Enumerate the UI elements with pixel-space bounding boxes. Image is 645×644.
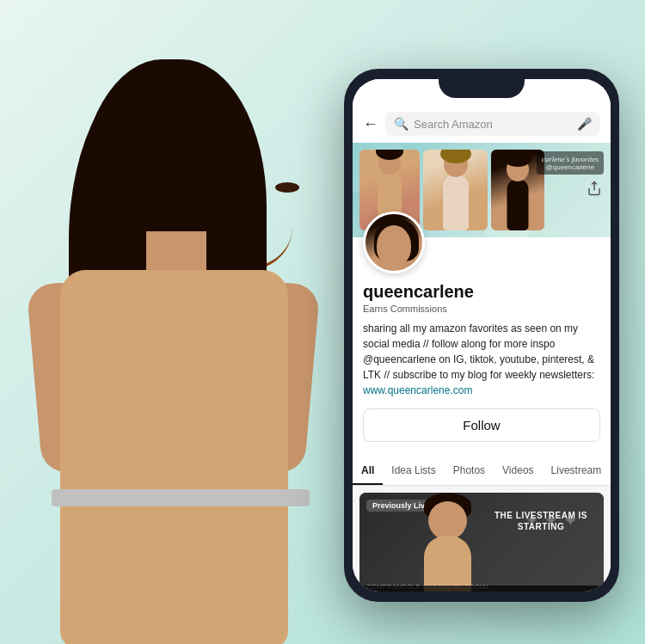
laptop <box>52 489 310 506</box>
search-icon: 🔍 <box>394 117 408 131</box>
share-button[interactable] <box>587 181 602 200</box>
profile-avatar <box>363 212 425 273</box>
search-placeholder: Search Amazon <box>414 118 572 131</box>
torso <box>60 270 288 644</box>
profile-section: queencarlene Earns Commissions sharing a… <box>353 237 611 457</box>
phone-wrapper: ← 🔍 Search Amazon 🎤 <box>344 69 619 602</box>
tab-idea-lists[interactable]: Idea Lists <box>383 457 444 485</box>
tabs-row: All Idea Lists Photos Videos Livestream <box>353 457 611 486</box>
woman-body <box>26 42 301 644</box>
eye-right <box>275 182 299 193</box>
live-card[interactable]: ✦ ✦ ✦ Previously Live THE LIVESTREAM IS … <box>359 493 604 592</box>
profile-bio: sharing all my amazon favorites as seen … <box>363 321 600 398</box>
banner-overlay: carlene's favorites @queencarlene <box>537 151 604 175</box>
live-fig-head <box>428 501 467 540</box>
tab-videos[interactable]: Videos <box>494 457 542 485</box>
earns-commissions: Earns Commissions <box>363 304 600 314</box>
watch-now-bar[interactable]: ⤢ Watch now 52 <box>359 586 604 592</box>
search-bar[interactable]: 🔍 Search Amazon 🎤 <box>385 112 600 136</box>
live-title: THE LIVESTREAM IS STARTING <box>485 510 597 532</box>
banner-overlay-line1: carlene's favorites <box>542 155 599 163</box>
profile-username: queencarlene <box>363 282 600 302</box>
mic-icon[interactable]: 🎤 <box>577 117 592 131</box>
follow-button[interactable]: Follow <box>363 408 600 442</box>
profile-website[interactable]: www.queencarlene.com <box>363 384 472 396</box>
tab-all[interactable]: All <box>353 457 383 485</box>
tab-photos[interactable]: Photos <box>445 457 494 485</box>
phone-notch <box>439 79 525 98</box>
phone-screen: ← 🔍 Search Amazon 🎤 <box>353 79 611 592</box>
woman-image <box>0 0 370 644</box>
banner-overlay-line2: @queencarlene <box>542 163 599 171</box>
tab-livestream[interactable]: Livestream <box>543 457 611 485</box>
live-person <box>411 518 480 592</box>
avatar-face <box>377 225 411 267</box>
back-button[interactable]: ← <box>363 115 378 133</box>
banner-photo-2 <box>423 150 488 230</box>
content-grid: ✦ ✦ ✦ Previously Live THE LIVESTREAM IS … <box>353 486 611 592</box>
